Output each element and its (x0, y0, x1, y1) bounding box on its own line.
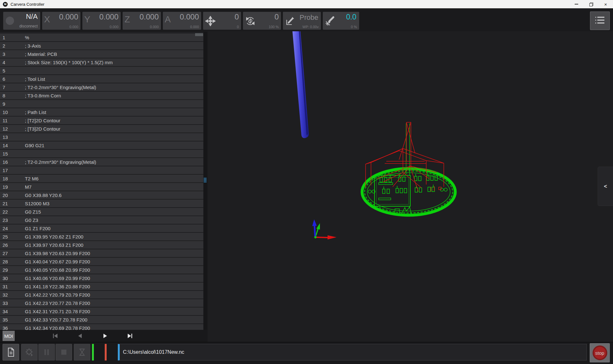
gcode-line[interactable]: 31G1 X41.18 Y22.36 Z0.88 F200 (0, 283, 203, 291)
gcode-line-number: 33 (0, 300, 19, 306)
close-button[interactable]: × (598, 0, 613, 8)
progress-marker-red (105, 344, 107, 360)
right-panel-expand-tab[interactable]: < (598, 167, 613, 206)
gcode-line[interactable]: 17 (0, 166, 203, 175)
gcode-line[interactable]: 34G1 X42.31 Y20.71 Z0.78 F200 (0, 307, 203, 316)
gcode-line-text: ; T2-0.2mm*30° Engraving(Metal) (19, 85, 96, 90)
gcode-line[interactable]: 16; T2-0.2mm*30° Engraving(Metal) (0, 158, 203, 166)
gcode-line-text: S12000 M3 (19, 201, 49, 206)
gcode-line-number: 21 (0, 201, 19, 206)
gcode-line-number: 14 (0, 143, 19, 148)
toolbar: N/A disconnect X 0.000 0.000 Y 0.000 0.0… (0, 8, 613, 32)
loaded-file-field[interactable]: C:\Users\alcol\1017New.nc (118, 344, 587, 360)
gcode-line[interactable]: 20G0 X39.88 Y20.6 (0, 191, 203, 200)
gcode-line-number: 34 (0, 309, 19, 314)
gcode-line-text: G1 X40.06 Y20.69 Z0.99 F200 (19, 276, 90, 281)
minimize-button[interactable] (569, 0, 584, 8)
panel-splitter[interactable] (203, 32, 208, 330)
carvera-controller-window: M Carvera Controller × N/A disconnect X … (0, 0, 613, 364)
progress-marker-green (92, 344, 94, 360)
dro-axis-a[interactable]: A 0.000 0.000 (163, 12, 201, 30)
dro-axis-y[interactable]: Y 0.000 0.000 (82, 12, 121, 30)
gcode-line[interactable]: 9 (0, 100, 203, 108)
laser-panel[interactable]: 0.0 0 % (323, 12, 359, 30)
gcode-line-number: 35 (0, 317, 19, 322)
gcode-line[interactable]: 7; T2-0.2mm*30° Engraving(Metal) (0, 83, 203, 92)
gcode-line-number: 15 (0, 151, 19, 156)
gcode-line[interactable]: 24G1 Z1 F200 (0, 224, 203, 233)
gcode-line[interactable]: 2; 3-Axis (0, 42, 203, 50)
gcode-line-text: ; [T2]2D Contour (19, 118, 60, 123)
skip-to-end-button[interactable] (126, 332, 134, 340)
laser-subvalue: 0 % (351, 25, 357, 29)
axis-y-subvalue: 0.000 (110, 25, 118, 29)
gcode-line[interactable]: 4; Stock Size: 150(X) * 100(Y) * 1.5(Z) … (0, 58, 203, 67)
gcode-line-number: 30 (0, 276, 19, 281)
gcode-line-text: G1 X40.04 Y20.67 Z0.99 F200 (19, 259, 90, 264)
gcode-line[interactable]: 10; Path List (0, 108, 203, 117)
gcode-line[interactable]: 14G90 G21 (0, 141, 203, 150)
gcode-line[interactable]: 35G1 X42.33 Y20.7 Z0.78 F200 (0, 316, 203, 324)
gcode-line[interactable]: 29G1 X40.05 Y20.68 Z0.99 F200 (0, 266, 203, 274)
skip-to-start-button[interactable] (51, 332, 59, 340)
gcode-line[interactable]: 21S12000 M3 (0, 200, 203, 208)
dro-axis-z[interactable]: Z 0.000 0.000 (123, 12, 161, 30)
emergency-stop-button[interactable]: stop (590, 343, 610, 362)
gcode-line[interactable]: 13 (0, 133, 203, 141)
viewport-3d[interactable] (208, 31, 613, 342)
probe-edit-icon (285, 16, 295, 26)
gcode-line[interactable]: 30G1 X40.06 Y20.69 Z0.99 F200 (0, 274, 203, 283)
gcode-scrollbar-thumb[interactable] (195, 33, 203, 36)
gcode-line[interactable]: 36G1 X42.34 Y20.69 Z0.78 F200 (0, 324, 203, 330)
open-file-button[interactable] (3, 344, 19, 360)
gcode-line[interactable]: 15 (0, 150, 203, 158)
gcode-line[interactable]: 23G0 Z3 (0, 216, 203, 224)
tool-3d-model (292, 31, 309, 138)
gcode-line[interactable]: 3; Material: PCB (0, 50, 203, 58)
probe-panel[interactable]: Probe WP: 0.00v (283, 12, 321, 30)
run-job-button[interactable] (21, 344, 38, 360)
gcode-line[interactable]: 8; T3-0.8mm Corn (0, 92, 203, 100)
axis-z-subvalue: 0.000 (150, 25, 159, 29)
hourglass-icon (77, 347, 87, 358)
gcode-list-panel[interactable]: 1%2; 3-Axis3; Material: PCB4; Stock Size… (0, 32, 203, 330)
mdi-transport-bar: MDI (0, 330, 208, 342)
play-button[interactable] (101, 332, 109, 340)
maximize-restore-button[interactable] (584, 0, 598, 8)
disconnect-label: disconnect (19, 24, 38, 28)
gcode-line-number: 12 (0, 126, 19, 132)
step-back-button[interactable] (76, 332, 84, 340)
gcode-line[interactable]: 25G1 X39.95 Y20.62 Z1 F200 (0, 233, 203, 241)
spindle-panel[interactable]: 0 100 % (243, 12, 281, 30)
loaded-file-path: C:\Users\alcol\1017New.nc (120, 349, 184, 355)
connection-panel[interactable]: N/A disconnect (3, 12, 40, 30)
gcode-line[interactable]: 18T2 M6 (0, 175, 203, 183)
estimate-time-button[interactable] (74, 344, 90, 360)
dro-axis-x[interactable]: X 0.000 0.000 (42, 12, 80, 30)
axis-x-label: X (44, 14, 50, 25)
gcode-line[interactable]: 12; [T3]2D Contour (0, 125, 203, 133)
gcode-line[interactable]: 6; Tool List (0, 75, 203, 83)
gcode-line[interactable]: 19M7 (0, 183, 203, 191)
gcode-line[interactable]: 28G1 X40.04 Y20.67 Z0.99 F200 (0, 258, 203, 266)
gcode-line-number: 7 (0, 85, 19, 90)
feed-jog-panel[interactable]: 0 0 (203, 12, 241, 30)
gcode-line-number: 6 (0, 76, 19, 82)
main-menu-button[interactable] (590, 11, 610, 30)
gcode-line[interactable]: 32G1 X42.22 Y20.79 Z0.79 F200 (0, 291, 203, 299)
mdi-button[interactable]: MDI (3, 331, 15, 341)
gcode-line[interactable]: 5 (0, 67, 203, 75)
gcode-line[interactable]: 22G0 Z15 (0, 208, 203, 216)
gcode-line[interactable]: 27G1 X39.98 Y20.63 Z0.99 F200 (0, 249, 203, 258)
gcode-line-text: ; T3-0.8mm Corn (19, 93, 61, 98)
gcode-line[interactable]: 33G1 X42.23 Y20.77 Z0.78 F200 (0, 299, 203, 307)
feed-value: 0 (235, 12, 239, 21)
gcode-line-text: G1 X39.97 Y20.63 Z1 F200 (19, 242, 83, 248)
pause-button[interactable] (38, 344, 55, 360)
gcode-line[interactable]: 11; [T2]2D Contour (0, 117, 203, 125)
stop-job-button[interactable] (56, 344, 72, 360)
axis-y-value: 0.000 (99, 12, 118, 21)
gcode-line[interactable]: 1% (0, 34, 203, 42)
gcode-line[interactable]: 26G1 X39.97 Y20.63 Z1 F200 (0, 241, 203, 249)
gcode-line-number: 19 (0, 184, 19, 190)
